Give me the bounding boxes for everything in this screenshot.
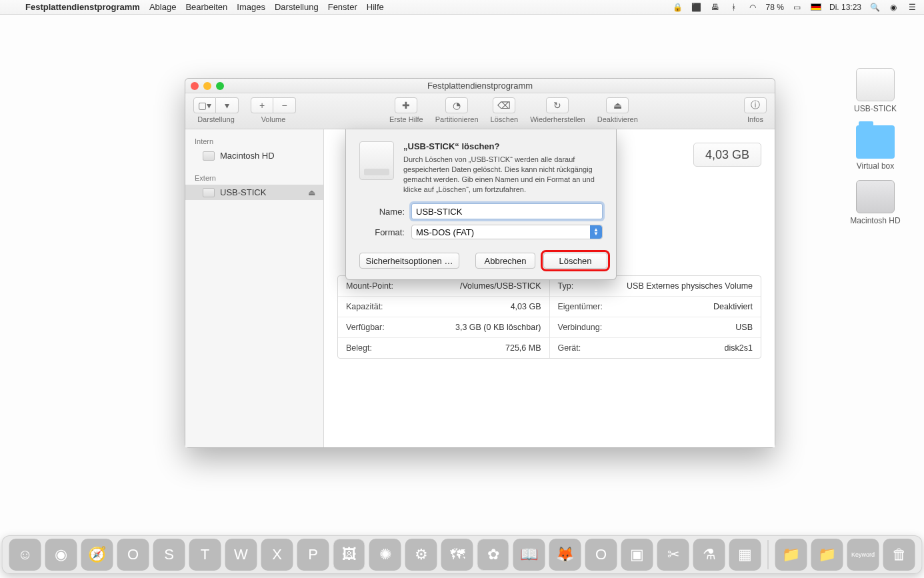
dock-keyword-file[interactable]: Keyword: [847, 539, 879, 571]
dock-trash[interactable]: 🗑: [883, 539, 915, 571]
desktop-usb-stick[interactable]: USB-STICK: [847, 68, 904, 113]
toolbar: ▢▾ ▾ Darstellung + − Volume ✚ Erste Hilf…: [185, 93, 775, 129]
dock-folder-2[interactable]: 📁: [811, 539, 843, 571]
volume-add-button[interactable]: +: [251, 97, 273, 113]
battery-icon[interactable]: ▭: [792, 2, 803, 13]
detail-value: /Volumes/USB-STICK: [460, 281, 541, 291]
dock-powerpoint[interactable]: P: [297, 539, 329, 571]
menu-darstellung[interactable]: Darstellung: [275, 2, 319, 12]
detail-key: Verbindung:: [558, 323, 603, 332]
dock-finder[interactable]: ☺: [9, 539, 41, 571]
sidebar-header-external: Extern: [185, 170, 323, 185]
notification-center-icon[interactable]: ☰: [907, 2, 917, 13]
dock-preview[interactable]: 🖼: [333, 539, 365, 571]
detail-value: Deaktiviert: [713, 302, 753, 311]
detail-key: Gerät:: [558, 343, 581, 353]
toolbar-label: Erste Hilfe: [389, 115, 423, 123]
shield-icon[interactable]: ⬛: [691, 2, 702, 13]
erase-dialog: „USB-STICK“ löschen? Durch Löschen von „…: [345, 129, 617, 280]
dock-app-4[interactable]: ▦: [729, 539, 761, 571]
dock-safari[interactable]: 🧭: [81, 539, 113, 571]
dialog-body: Durch Löschen von „USB-STICK“ werden all…: [403, 155, 603, 194]
dock-outlook[interactable]: O: [117, 539, 149, 571]
details-left: Mount-Point:/Volumes/USB-STICK Kapazität…: [338, 276, 550, 358]
partition-button[interactable]: ◔: [445, 97, 468, 113]
window-minimize-button[interactable]: [203, 82, 211, 90]
details-right: Typ:USB Externes physisches Volume Eigen…: [550, 276, 761, 358]
menu-ablage[interactable]: Ablage: [149, 2, 176, 12]
name-label: Name:: [359, 207, 411, 217]
detail-key: Belegt:: [346, 343, 372, 353]
restore-button[interactable]: ↻: [546, 97, 569, 113]
menu-fenster[interactable]: Fenster: [328, 2, 357, 12]
cancel-button[interactable]: Abbrechen: [475, 253, 535, 269]
folder-icon: [856, 125, 895, 159]
wifi-icon[interactable]: ◠: [747, 2, 758, 13]
dock-virtualbox[interactable]: ▣: [621, 539, 653, 571]
dock-skype[interactable]: S: [153, 539, 185, 571]
security-options-button[interactable]: Sicherheitsoptionen …: [359, 253, 459, 269]
dock-separator: [768, 540, 769, 569]
menubar: Festplattendienstprogramm Ablage Bearbei…: [0, 0, 924, 15]
usb-drive-icon: [856, 68, 895, 101]
desktop-virtual-box[interactable]: Virtual box: [847, 125, 904, 171]
detail-value: 4,03 GB: [511, 302, 541, 311]
dock-ibooks[interactable]: 📖: [513, 539, 545, 571]
dock-app-1[interactable]: ✺: [369, 539, 401, 571]
input-flag-icon[interactable]: [811, 3, 821, 11]
menu-bearbeiten[interactable]: Bearbeiten: [185, 2, 227, 12]
window-close-button[interactable]: [191, 82, 199, 90]
menu-images[interactable]: Images: [237, 2, 265, 12]
spotlight-icon[interactable]: 🔍: [869, 2, 880, 13]
drive-icon: [203, 151, 215, 161]
dock-app-2[interactable]: ✂: [657, 539, 689, 571]
detail-value: disk2s1: [725, 343, 753, 353]
printer-icon[interactable]: 🖶: [710, 2, 721, 13]
unmount-button[interactable]: ⏏: [606, 97, 629, 113]
dock: ☺ ◉ 🧭 O S T W X P 🖼 ✺ ⚙ 🗺 ✿ 📖 🦊 O ▣ ✂ ⚗ …: [2, 535, 923, 574]
keychain-icon[interactable]: 🔒: [673, 2, 683, 13]
dock-folder-1[interactable]: 📁: [775, 539, 807, 571]
dock-photos[interactable]: ✿: [477, 539, 509, 571]
view-button[interactable]: ▢▾: [193, 97, 216, 113]
dock-word[interactable]: W: [225, 539, 257, 571]
clock[interactable]: Di. 13:23: [829, 3, 861, 12]
dock-firefox[interactable]: 🦊: [549, 539, 581, 571]
dock-system-preferences[interactable]: ⚙: [405, 539, 437, 571]
first-aid-button[interactable]: ✚: [395, 97, 417, 113]
dock-excel[interactable]: X: [261, 539, 293, 571]
window-zoom-button[interactable]: [216, 82, 224, 90]
detail-key: Eigentümer:: [558, 302, 603, 311]
view-dropdown[interactable]: ▾: [216, 97, 239, 113]
dock-app-3[interactable]: ⚗: [693, 539, 725, 571]
battery-percent[interactable]: 78 %: [766, 3, 784, 12]
erase-button[interactable]: ⌫: [493, 97, 515, 113]
detail-key: Mount-Point:: [346, 281, 393, 291]
app-name[interactable]: Festplattendienstprogramm: [25, 2, 140, 12]
toolbar-label: Partitionieren: [435, 115, 479, 123]
dock-teams[interactable]: T: [189, 539, 221, 571]
dock-siri[interactable]: ◉: [45, 539, 77, 571]
toolbar-label: Volume: [261, 115, 286, 123]
desktop-label: Virtual box: [847, 161, 904, 171]
volume-remove-button[interactable]: −: [273, 97, 296, 113]
eject-icon[interactable]: ⏏: [308, 188, 315, 197]
dock-opera[interactable]: O: [585, 539, 617, 571]
info-button[interactable]: ⓘ: [744, 97, 767, 113]
desktop-macintosh-hd[interactable]: Macintosh HD: [847, 180, 904, 225]
format-select[interactable]: MS-DOS (FAT) ▲▼: [411, 225, 603, 239]
menu-hilfe[interactable]: Hilfe: [367, 2, 384, 12]
titlebar[interactable]: Festplattendienstprogramm: [185, 79, 775, 93]
desktop-label: USB-STICK: [847, 104, 904, 113]
dock-maps[interactable]: 🗺: [441, 539, 473, 571]
bluetooth-icon[interactable]: ᚼ: [729, 2, 739, 13]
siri-icon[interactable]: ◉: [888, 2, 899, 13]
format-label: Format:: [359, 227, 411, 237]
sidebar-item-usb-stick[interactable]: USB-STICK ⏏: [185, 185, 323, 200]
detail-key: Kapazität:: [346, 302, 383, 311]
erase-confirm-button[interactable]: Löschen: [543, 253, 607, 269]
detail-value: 3,3 GB (0 KB löschbar): [455, 323, 541, 332]
name-input[interactable]: [411, 203, 603, 219]
sidebar-item-macintosh-hd[interactable]: Macintosh HD: [185, 148, 323, 163]
disk-icon: [359, 141, 394, 180]
